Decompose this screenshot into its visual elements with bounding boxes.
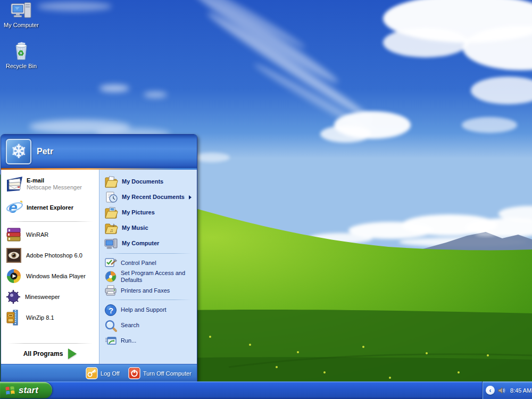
- key-icon: [86, 367, 98, 379]
- left-column-separator: [7, 221, 93, 222]
- menu-item-label: WinRAR: [26, 231, 48, 238]
- media-player-icon: [6, 268, 22, 284]
- control-panel-icon: [104, 257, 117, 269]
- start-menu-footer: Log Off Turn Off Computer: [1, 364, 197, 382]
- minesweeper-icon: [6, 289, 21, 304]
- internet-explorer-icon: e: [6, 199, 23, 217]
- right-column-separator: [105, 300, 192, 300]
- chevron-left-icon[interactable]: ‹: [486, 386, 495, 395]
- submenu-arrow-icon: [189, 195, 192, 200]
- menu-item-control-panel[interactable]: Control Panel: [99, 256, 197, 270]
- menu-item-minesweeper[interactable]: Minesweeper: [1, 286, 99, 307]
- menu-item-label: Run...: [121, 337, 136, 344]
- desktop-icon-recycle-bin[interactable]: ♻ Recycle Bin: [2, 41, 41, 69]
- menu-item-my-recent-documents[interactable]: My Recent Documents: [99, 189, 197, 205]
- menu-item-label: My Pictures: [122, 209, 155, 216]
- menu-item-my-music[interactable]: ♪ ♫ My Music: [99, 220, 197, 236]
- desktop-icon-label: My Computer: [2, 22, 41, 28]
- netscape-mail-icon: [6, 176, 23, 193]
- menu-item-winzip[interactable]: WinZip 8.1: [1, 307, 99, 328]
- menu-item-internet-explorer[interactable]: e Internet Explorer: [1, 196, 99, 219]
- menu-item-printers-and-faxes[interactable]: Printers and Faxes: [99, 284, 197, 297]
- my-computer-icon: [10, 2, 32, 21]
- menu-item-label: Windows Media Player: [26, 273, 86, 279]
- menu-item-set-program-access[interactable]: Set Program Access and Defaults: [99, 270, 197, 284]
- menu-item-label: My Music: [122, 225, 148, 231]
- my-computer-small-icon: [104, 237, 118, 250]
- menu-item-label: Adobe Photoshop 6.0: [26, 252, 82, 259]
- program-access-icon: [104, 270, 117, 283]
- recycle-bin-icon: ♻: [11, 41, 32, 62]
- turn-off-computer-button[interactable]: Turn Off Computer: [128, 367, 192, 379]
- menu-item-label: My Recent Documents: [122, 194, 185, 201]
- folder-music-icon: ♪ ♫: [104, 222, 118, 235]
- menu-item-run[interactable]: Run...: [99, 333, 197, 348]
- start-button[interactable]: start: [0, 382, 52, 398]
- taskbar: start ‹ 8:45 AM: [0, 381, 532, 399]
- menu-item-label: E-mail: [27, 177, 82, 184]
- menu-item-my-computer[interactable]: My Computer: [99, 236, 197, 251]
- windows-flag-icon: [5, 385, 15, 396]
- menu-item-label: Search: [121, 322, 139, 329]
- menu-item-media-player[interactable]: Windows Media Player: [1, 265, 99, 286]
- all-programs-label: All Programs: [23, 350, 63, 358]
- turn-off-label: Turn Off Computer: [143, 370, 192, 377]
- user-name: Petr: [37, 147, 53, 156]
- menu-item-label: My Computer: [122, 240, 159, 247]
- menu-item-label: Printers and Faxes: [121, 287, 170, 294]
- right-column-separator: [105, 253, 192, 254]
- taskbar-clock[interactable]: 8:45 AM: [510, 387, 531, 394]
- run-icon: [104, 335, 117, 347]
- start-button-label: start: [19, 385, 38, 396]
- printer-icon: [104, 285, 117, 296]
- start-menu: ❄ Petr E-mail Netscape Messenger: [1, 134, 197, 381]
- desktop-icon-label: Recycle Bin: [2, 63, 41, 69]
- menu-item-label: WinZip 8.1: [26, 314, 54, 321]
- start-menu-left-column: E-mail Netscape Messenger e Internet Exp…: [1, 170, 99, 364]
- menu-item-my-pictures[interactable]: My Pictures: [99, 205, 197, 220]
- system-tray: ‹ 8:45 AM: [482, 381, 532, 399]
- winzip-icon: [6, 309, 22, 326]
- menu-item-label: Internet Explorer: [27, 204, 73, 211]
- svg-text:e: e: [9, 199, 18, 216]
- menu-item-label: Control Panel: [121, 260, 156, 267]
- start-menu-user-banner: ❄ Petr: [1, 135, 197, 168]
- log-off-button[interactable]: Log Off: [86, 367, 120, 379]
- menu-item-label: Help and Support: [121, 306, 167, 313]
- svg-text:♫: ♫: [110, 228, 113, 233]
- speaker-icon[interactable]: [497, 386, 506, 395]
- photoshop-icon: [6, 247, 22, 263]
- log-off-label: Log Off: [101, 370, 120, 377]
- green-arrow-icon: [68, 348, 77, 359]
- menu-item-label: Minesweeper: [25, 294, 60, 300]
- search-icon: [104, 319, 117, 332]
- help-icon: ?: [104, 304, 117, 317]
- svg-text:?: ?: [109, 305, 113, 314]
- menu-item-label: Set Program Access and Defaults: [121, 270, 195, 284]
- all-programs-button[interactable]: All Programs: [1, 344, 99, 364]
- menu-item-sublabel: Netscape Messenger: [27, 184, 82, 191]
- menu-item-my-documents[interactable]: My Documents: [99, 174, 197, 189]
- svg-text:♻: ♻: [18, 49, 24, 57]
- folder-pictures-icon: [104, 206, 118, 219]
- desktop-icon-my-computer[interactable]: My Computer: [2, 2, 41, 28]
- menu-item-winrar[interactable]: WinRAR: [1, 224, 99, 245]
- snowflake-icon[interactable]: ❄: [6, 139, 31, 164]
- winrar-icon: [6, 227, 22, 243]
- menu-item-email[interactable]: E-mail Netscape Messenger: [1, 172, 99, 196]
- start-menu-right-column: My Documents My Recent Documents: [99, 170, 197, 364]
- folder-documents-icon: [104, 176, 118, 188]
- menu-item-search[interactable]: Search: [99, 318, 197, 333]
- recent-documents-icon: [104, 191, 118, 204]
- power-icon: [128, 367, 140, 379]
- menu-item-label: My Documents: [122, 178, 163, 185]
- menu-item-help-and-support[interactable]: ? Help and Support: [99, 302, 197, 318]
- menu-item-photoshop[interactable]: Adobe Photoshop 6.0: [1, 245, 99, 265]
